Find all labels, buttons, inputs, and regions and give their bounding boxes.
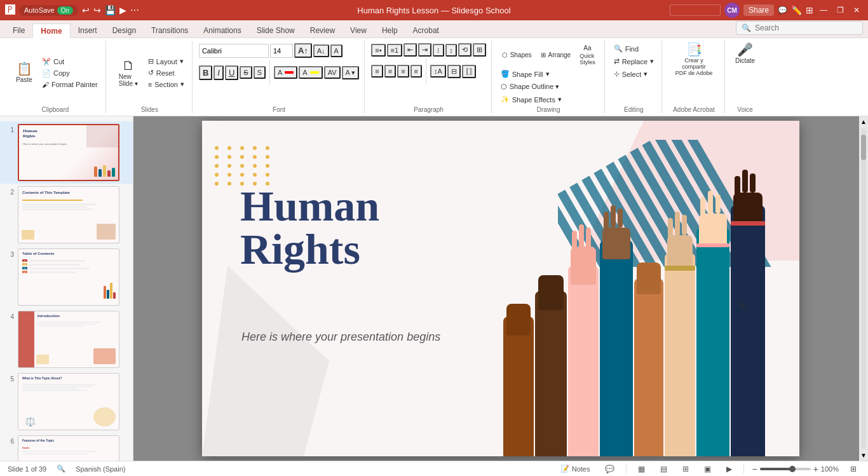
section-btn[interactable]: ≡ Section ▾: [146, 79, 187, 90]
cut-btn[interactable]: ✂️ Cut: [39, 57, 100, 67]
view-outline-btn[interactable]: ▤: [656, 463, 671, 475]
convert-smartart-btn[interactable]: ⟦⟧: [462, 65, 476, 78]
minimize-btn[interactable]: —: [817, 4, 830, 17]
slide-thumb-1[interactable]: 1 HumanRights Here is where your present…: [0, 121, 133, 184]
slide-thumb-3[interactable]: 3 Table of Contents 01 02 03: [0, 246, 133, 308]
select-btn[interactable]: ⊹ Select ▾: [611, 69, 656, 79]
view-slide-sorter-btn[interactable]: ⊞: [679, 463, 693, 475]
restore-btn[interactable]: ❐: [834, 4, 846, 17]
comments-ribbon-btn[interactable]: 💬: [778, 6, 787, 15]
save-btn[interactable]: 💾: [105, 5, 116, 15]
find-btn[interactable]: 🔍 Find: [611, 43, 656, 54]
tab-slideshow[interactable]: Slide Show: [249, 24, 302, 37]
comments-btn[interactable]: 💬: [601, 463, 618, 475]
strikethrough-btn[interactable]: S: [240, 66, 252, 79]
tab-insert[interactable]: Insert: [71, 24, 105, 37]
font-increase-btn[interactable]: A↑: [294, 43, 312, 58]
font-color-btn[interactable]: A: [274, 66, 297, 79]
zoom-slider[interactable]: [760, 468, 811, 470]
customize-btn[interactable]: ⋯: [130, 5, 139, 15]
replace-btn[interactable]: ⇄ Replace ▾: [611, 56, 656, 67]
scroll-up-btn[interactable]: ▲: [858, 116, 868, 127]
autosave-state[interactable]: On: [57, 6, 73, 15]
tab-design[interactable]: Design: [105, 24, 144, 37]
font-decrease-btn[interactable]: A↓: [313, 44, 329, 57]
justify-btn[interactable]: ≡: [410, 65, 422, 78]
shapes-btn[interactable]: ⬡ Shapes: [498, 50, 536, 60]
char-spacing-btn[interactable]: AV: [324, 66, 341, 79]
canvas-area[interactable]: Human Rights Here is where your presenta…: [133, 116, 868, 461]
present-btn[interactable]: ▶: [119, 5, 126, 15]
font-size-input[interactable]: [270, 44, 293, 58]
highlight-btn[interactable]: A: [299, 66, 322, 79]
columns-btn[interactable]: ⫶: [433, 44, 444, 57]
font-size-inline-btn[interactable]: A ▾: [342, 66, 360, 79]
format-painter-btn[interactable]: 🖌 Format Painter: [39, 79, 100, 90]
tab-file[interactable]: File: [5, 24, 32, 37]
dictate-btn[interactable]: 🎤 Dictate: [731, 41, 759, 67]
tab-review[interactable]: Review: [302, 24, 342, 37]
numbered-list-btn[interactable]: ≡1: [387, 44, 403, 57]
line-spacing-btn[interactable]: ↕: [445, 44, 457, 57]
canvas-scrollbar[interactable]: ▲ ▼: [859, 116, 868, 461]
scroll-down-btn[interactable]: ▼: [858, 450, 868, 461]
italic-btn[interactable]: I: [214, 65, 224, 80]
view-present-btn[interactable]: ▶: [722, 463, 736, 475]
slide-main-title[interactable]: Human Rights: [240, 184, 379, 271]
direction-btn[interactable]: ⟲: [458, 43, 471, 57]
slide-thumb-5[interactable]: 5 What is This Topic About? ⚖️: [0, 371, 133, 433]
bold-btn[interactable]: B: [199, 65, 212, 80]
shape-effects-btn[interactable]: ✨ Shape Effects ▾: [498, 94, 564, 105]
zoom-thumb[interactable]: [789, 466, 796, 472]
paste-btn[interactable]: 📋 Paste: [10, 60, 38, 86]
reset-btn[interactable]: ↺ Reset: [146, 67, 187, 78]
slide-subtitle[interactable]: Here is where your presentation begins: [241, 330, 440, 344]
underline-btn[interactable]: U: [225, 65, 238, 80]
view-reading-btn[interactable]: ▣: [700, 463, 715, 475]
shape-outline-btn[interactable]: ⬡ Shape Outline ▾: [498, 81, 562, 92]
pen-btn[interactable]: ✏️: [791, 5, 802, 15]
clear-format-btn[interactable]: A: [330, 44, 342, 57]
layout-switch-btn[interactable]: ⊞: [806, 5, 813, 15]
font-name-input[interactable]: [199, 44, 269, 58]
zoom-in-btn[interactable]: +: [813, 464, 818, 474]
layout-btn[interactable]: ⊟ Layout ▾: [146, 56, 187, 67]
zoom-out-btn[interactable]: −: [752, 464, 757, 474]
fit-slide-btn[interactable]: ⊞: [846, 463, 860, 475]
slide-thumb-2[interactable]: 2 Contents of This Template: [0, 184, 133, 246]
redo-btn[interactable]: ↪: [93, 5, 101, 15]
bullets-btn[interactable]: ≡•: [371, 44, 385, 57]
search-input[interactable]: [755, 24, 857, 32]
increase-indent-btn[interactable]: ⇥: [418, 43, 431, 57]
slide-thumb-4[interactable]: 4 Introduction: [0, 308, 133, 371]
smartart-btn[interactable]: ⊞: [473, 43, 486, 57]
notes-btn[interactable]: 📝 Notes: [557, 463, 594, 474]
autosave-toggle[interactable]: AutoSave On: [19, 5, 78, 16]
tab-animations[interactable]: Animations: [196, 24, 248, 37]
align-text-btn[interactable]: ⊟: [447, 65, 461, 78]
text-dir-btn[interactable]: ↕A: [430, 65, 446, 78]
search-box[interactable]: 🔍: [736, 21, 863, 35]
crear-compartir-btn[interactable]: 📑 Crear y compartirPDF de Adobe: [668, 41, 719, 79]
text-shadow-btn[interactable]: S: [254, 66, 266, 79]
arrange-btn[interactable]: ⊞ Arrange: [537, 50, 575, 60]
close-btn[interactable]: ✕: [850, 4, 863, 17]
slide-thumb-6[interactable]: 6 Features of the Topic Goals 👥: [0, 433, 133, 461]
align-left-btn[interactable]: ≡: [371, 65, 383, 78]
quick-styles-btn[interactable]: Aa QuickStyles: [576, 43, 599, 67]
copy-btn[interactable]: 📄 Copy: [39, 68, 100, 79]
share-btn[interactable]: Share: [743, 4, 774, 16]
shape-fill-btn[interactable]: 🪣 Shape Fill ▾: [498, 69, 552, 79]
slide-canvas[interactable]: Human Rights Here is where your presenta…: [202, 121, 799, 456]
align-center-btn[interactable]: ≡: [384, 65, 396, 78]
undo-btn[interactable]: ↩: [82, 5, 90, 15]
scroll-thumb[interactable]: [861, 135, 866, 160]
tab-view[interactable]: View: [342, 24, 374, 37]
new-slide-btn[interactable]: 🗋 NewSlide ▾: [112, 57, 144, 90]
tab-help[interactable]: Help: [374, 24, 405, 37]
user-avatar[interactable]: CM: [724, 3, 740, 18]
view-normal-btn[interactable]: ▦: [634, 463, 649, 475]
tab-home[interactable]: Home: [32, 24, 70, 38]
align-right-btn[interactable]: ≡: [397, 65, 409, 78]
tab-acrobat[interactable]: Acrobat: [405, 24, 447, 37]
